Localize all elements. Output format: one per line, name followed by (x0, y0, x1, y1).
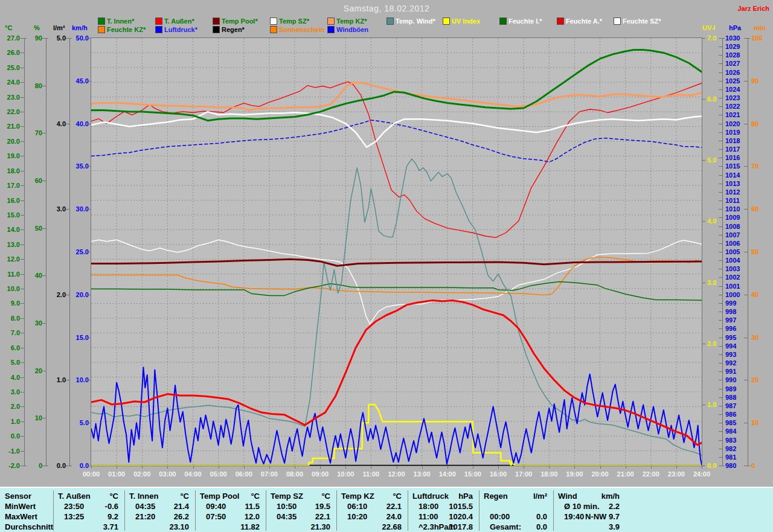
x-tick-mark (193, 466, 194, 469)
axis-tick-label-kmh: 10.0 (53, 377, 89, 383)
table-separator (266, 490, 266, 531)
axis-tick-hpa (719, 98, 722, 98)
axis-tick-label-min: 90 (751, 78, 773, 85)
x-tick-label: 23:00 (663, 470, 690, 478)
axis-tick-min (744, 252, 748, 252)
weather-app-window: Samstag, 18.02.2012 Jarz Erich T. Innen*… (0, 0, 773, 532)
axis-tick-label-pct: 20 (6, 368, 42, 374)
axis-line-tempC (24, 38, 25, 466)
axis-header-hpa: hPa (729, 24, 741, 31)
x-tick-mark (397, 466, 397, 469)
chart-canvas (91, 38, 702, 466)
axis-tick-hpa (719, 243, 722, 244)
legend-label: T. Außen* (164, 18, 194, 25)
page-title: Samstag, 18.02.2012 (0, 4, 773, 13)
table-cell-value: 23.10 (129, 522, 189, 532)
axis-tick-label-hpa: 1001 (725, 283, 762, 290)
x-tick-mark (117, 466, 117, 469)
legend-label: Temp SZ* (279, 18, 309, 25)
axis-tick-label-kmh: 30.0 (53, 206, 89, 213)
legend-label: T. Innen* (107, 18, 134, 25)
x-tick-mark (244, 466, 245, 469)
table-cell-value: 12.0 (200, 512, 260, 522)
legend-label: Feuchte A.* (566, 18, 602, 25)
axis-tick-label-tempC: 15.0 (0, 212, 20, 219)
axis-tick-hpa (719, 457, 722, 458)
axis-tick-label-min: 80 (751, 121, 773, 127)
table-cell-value: N-NW 9.7 (558, 512, 620, 522)
axis-tick-hpa (719, 423, 722, 423)
axis-tick-label-tempC: 19.0 (0, 153, 20, 159)
x-tick-label: 05:00 (205, 470, 232, 478)
axis-tick-label-tempC: 3.0 (0, 389, 20, 396)
x-tick-label: 06:00 (231, 470, 257, 478)
axis-tick-label-pct: 70 (6, 130, 42, 136)
axis-line-pct (46, 38, 47, 466)
axis-tick-min (744, 81, 748, 82)
axis-tick-pct (42, 323, 46, 324)
plot-area[interactable] (91, 38, 702, 466)
x-tick-label: 02:00 (129, 470, 155, 478)
legend-swatch-feuchte-a (557, 18, 564, 25)
table-separator (408, 490, 408, 531)
axis-tick-pct (42, 86, 46, 86)
axis-tick-hpa (719, 81, 722, 82)
axis-header-tempC: °C (5, 24, 12, 31)
axis-tick-hpa (719, 414, 722, 415)
axis-tick-hpa (719, 466, 722, 466)
axis-tick-tempC (21, 68, 24, 68)
axis-tick-min (744, 466, 748, 466)
axis-tick-label-min: 40 (751, 292, 773, 298)
axis-tick-label-min: 20 (751, 377, 773, 383)
legend-label: Regen* (222, 26, 245, 33)
legend-label: Feuchte SZ* (623, 18, 661, 25)
legend-swatch-temp-kz (327, 18, 335, 25)
axis-tick-tempC (21, 245, 24, 245)
table-separator (553, 490, 554, 531)
table-separator (124, 490, 125, 531)
legend-swatch-uv-index (443, 18, 450, 25)
axis-tick-label-hpa: 1018 (725, 138, 762, 144)
axis-tick-tempC (21, 392, 24, 393)
axis-tick-tempC (21, 126, 24, 127)
axis-tick-hpa (719, 277, 722, 278)
axis-tick-label-tempC: -1.0 (0, 448, 20, 455)
axis-tick-hpa (719, 269, 722, 269)
axis-header-pct: % (34, 24, 40, 31)
table-cell-value: 22.1 (271, 512, 330, 522)
axis-tick-label-tempC: 23.0 (0, 94, 20, 101)
axis-tick-hpa (719, 55, 722, 56)
table-cell-value: -0.6 (58, 502, 118, 511)
table-cell-value: 22.68 (341, 522, 402, 532)
axis-tick-tempC (21, 141, 24, 142)
x-tick-label: 04:00 (180, 470, 207, 478)
table-separator (479, 490, 480, 531)
axis-tick-hpa (719, 371, 722, 372)
axis-tick-label-hpa: 988 (725, 394, 762, 401)
x-tick-label: 21:00 (612, 470, 639, 478)
axis-tick-hpa (719, 166, 722, 167)
axis-header-kmh: km/h (72, 24, 88, 31)
x-tick-mark (219, 466, 219, 469)
axis-line-hpa (722, 38, 723, 466)
legend-swatch-feuchte-sz (614, 18, 621, 25)
axis-tick-label-hpa: 1028 (725, 52, 762, 59)
axis-tick-hpa (719, 192, 722, 193)
axis-tick-label-hpa: 1024 (725, 86, 762, 93)
x-tick-label: 00:00 (78, 470, 104, 478)
axis-tick-label-hpa: 1016 (725, 155, 762, 161)
axis-tick-hpa (719, 132, 722, 133)
axis-tick-label-tempC: 0.0 (0, 433, 20, 440)
axis-tick-hpa (719, 320, 722, 321)
table-cell-value: 3.9 (558, 522, 620, 532)
axis-tick-label-min: 0 (751, 463, 773, 469)
table-col-unit: °C (129, 492, 189, 501)
series-t-innen (91, 50, 702, 121)
x-tick-mark (447, 466, 448, 469)
x-tick-mark (269, 466, 270, 469)
axis-tick-label-tempC: 5.0 (0, 359, 20, 366)
legend-label: Feuchte I.* (508, 18, 542, 25)
axis-tick-label-hpa: 1004 (725, 257, 762, 264)
axis-tick-hpa (719, 226, 722, 227)
axis-tick-label-tempC: 20.0 (0, 138, 20, 145)
